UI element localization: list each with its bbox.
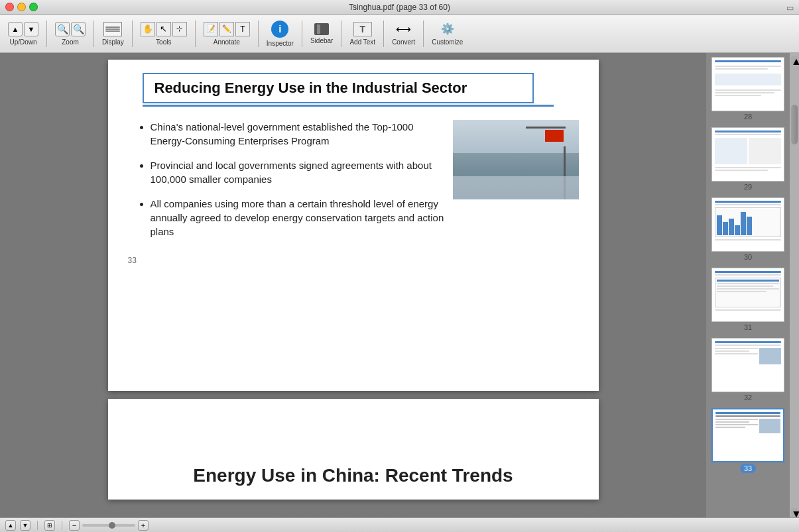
updown-icons: ▲ ▼ [8, 22, 38, 36]
convert-icon: ⟷ [395, 22, 413, 36]
thumb-content-29 [712, 128, 784, 174]
view-options-btn[interactable]: ⊞ [44, 520, 55, 531]
inspector-button[interactable]: i Inspector [263, 19, 298, 49]
thumb-list[interactable]: 28 29 [706, 53, 790, 517]
separator-1 [46, 21, 47, 47]
annotate-icons: 📝 ✏️ T [204, 22, 250, 36]
zoom-out-btn[interactable]: − [69, 520, 80, 531]
annotate-button[interactable]: 📝 ✏️ T Annotate [200, 20, 254, 48]
slide-image [453, 120, 579, 199]
scrollbar-track[interactable]: ▲ ▼ [790, 53, 799, 517]
addtext-label: Add Text [349, 38, 375, 46]
thumbnail-30[interactable]: 30 [711, 197, 784, 261]
sidebar-button[interactable]: Sidebar [306, 21, 337, 46]
bullet-list: China's national-level government establ… [151, 120, 446, 239]
zoom-slider-thumb[interactable] [109, 522, 115, 529]
updown-label: Up/Down [9, 38, 36, 46]
thumb-32-content [715, 348, 781, 364]
bullet-1: China's national-level government establ… [151, 120, 446, 148]
zoom-in-btn[interactable]: + [138, 520, 149, 531]
convert-button[interactable]: ⟷ Convert [388, 20, 419, 48]
thumb-num-32: 32 [744, 394, 752, 401]
title-bar-right: ▭ [786, 1, 794, 13]
zoom-button[interactable]: 🔍 🔍 Zoom [51, 20, 90, 48]
zoom-control: − + [69, 520, 149, 531]
customize-label: Customize [432, 38, 463, 46]
scrollbar-thumb[interactable] [791, 105, 798, 144]
pdf-panel[interactable]: Reducing Energy Use in the Industrial Se… [0, 53, 706, 517]
thumb-32-img [759, 348, 781, 364]
thumb-content-31 [712, 268, 784, 313]
pdf-page-34-inner: Energy Use in China: Recent Trends [108, 399, 599, 500]
thumb-content-32 [712, 339, 784, 367]
thumb-frame-33[interactable] [711, 408, 784, 462]
customize-button[interactable]: ⚙️ Customize [428, 20, 467, 48]
crane-arm [526, 127, 566, 129]
slide-content: China's national-level government establ… [135, 120, 579, 249]
thumb-frame-30[interactable] [711, 197, 784, 252]
thumb-frame-29[interactable] [711, 127, 784, 182]
highlight-icon: ✏️ [219, 22, 234, 36]
display-label: Display [102, 38, 124, 46]
thumb-29-cols [715, 138, 781, 164]
minimize-button[interactable] [17, 3, 26, 11]
display-icon-area [103, 22, 122, 36]
thumb-num-29: 29 [744, 183, 752, 191]
thumb-content-28 [712, 58, 784, 99]
sidebar-icon [314, 23, 329, 35]
scroll-down-arrow[interactable]: ▼ [791, 508, 798, 517]
select-icon: ↖ [156, 22, 171, 36]
window-controls[interactable] [5, 3, 38, 11]
note-icon: 📝 [204, 22, 218, 36]
hand-tool-icon: ✋ [141, 22, 155, 36]
thumb-frame-32[interactable] [711, 338, 784, 392]
sidebar-label: Sidebar [310, 37, 333, 44]
display-icon [103, 22, 122, 36]
maximize-button[interactable] [29, 3, 38, 11]
convert-icon-area: ⟷ [395, 22, 413, 36]
arrow-down-icon: ▼ [24, 22, 38, 36]
text-tool-icon: T [235, 22, 250, 36]
bottom-bar: ▲ ▼ ⊞ − + [0, 517, 799, 532]
tools-button[interactable]: ✋ ↖ ⊹ Tools [137, 20, 191, 48]
separator-6 [302, 21, 302, 47]
updown-button[interactable]: ▲ ▼ Up/Down [4, 20, 42, 48]
scroll-down-bottom[interactable]: ▼ [20, 520, 31, 531]
flag-red [545, 130, 564, 142]
thumb-frame-28[interactable] [711, 57, 784, 111]
separator-2 [93, 21, 94, 47]
slide-title-underline [143, 105, 554, 107]
separator-7 [341, 21, 341, 47]
convert-label: Convert [392, 38, 415, 46]
inspector-icon-area: i [271, 21, 288, 38]
thumbnail-32[interactable]: 32 [711, 338, 784, 401]
page34-title: Energy Use in China: Recent Trends [128, 465, 579, 486]
zoom-slider[interactable] [82, 524, 135, 527]
title-bar: Tsinghua.pdf (page 33 of 60) ▭ [0, 0, 799, 15]
thumbnail-33[interactable]: 33 [711, 408, 784, 473]
thumb-31-table [715, 278, 781, 307]
thumb-frame-31[interactable] [711, 268, 784, 322]
pdf-page-34: Energy Use in China: Recent Trends [108, 399, 599, 500]
separator-5 [258, 21, 259, 47]
bullet-2: Provincial and local governments signed … [151, 158, 446, 186]
thumbnail-29[interactable]: 29 [711, 127, 784, 191]
pdf-page-33-inner: Reducing Energy Use in the Industrial Se… [108, 60, 599, 391]
page-number-33: 33 [128, 256, 579, 269]
slide-title: Reducing Energy Use in the Industrial Se… [154, 80, 467, 96]
close-button[interactable] [5, 3, 14, 11]
addtext-button[interactable]: T Add Text [345, 20, 379, 48]
main-content: Reducing Energy Use in the Industrial Se… [0, 53, 799, 517]
scroll-up-arrow[interactable]: ▲ [791, 56, 798, 65]
thumbnail-28[interactable]: 28 [711, 57, 784, 121]
thumb-num-28: 28 [744, 113, 752, 121]
separator-8 [383, 21, 384, 47]
thumb-num-31: 31 [744, 323, 752, 331]
thumb-num-30: 30 [744, 253, 752, 261]
inspector-label: Inspector [267, 40, 294, 47]
thumbnail-31[interactable]: 31 [711, 268, 784, 331]
window-resize-icon: ▭ [786, 3, 794, 13]
toolbar: ▲ ▼ Up/Down 🔍 🔍 Zoom Display ✋ ↖ ⊹ [0, 15, 799, 53]
display-button[interactable]: Display [98, 20, 128, 48]
scroll-up-bottom[interactable]: ▲ [5, 520, 16, 531]
